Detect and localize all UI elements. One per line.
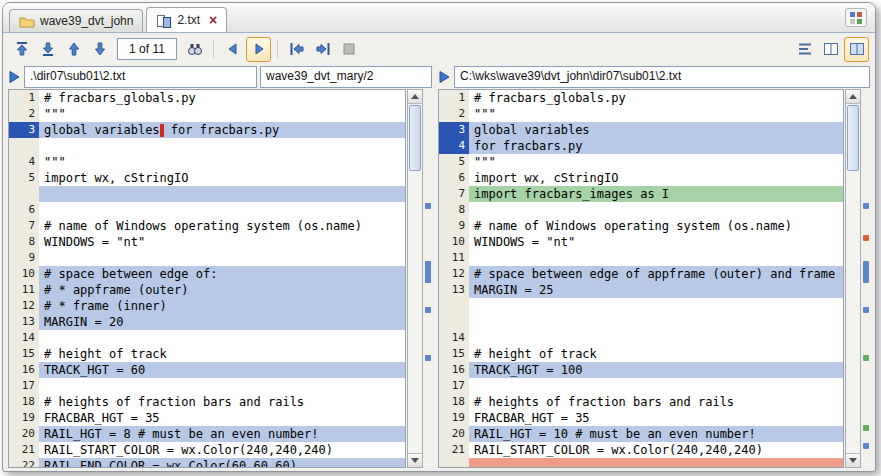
line-number: 18 [439, 394, 469, 410]
code-line[interactable]: 20RAIL_HGT = 10 # must be an even number… [439, 426, 843, 442]
scrollbar-thumb[interactable] [409, 105, 421, 171]
code-line[interactable]: 22RAIL_END_COLOR = wx.Color(60,60,60) [9, 458, 405, 468]
code-line[interactable]: 19FRACBAR_HGT = 35 [439, 410, 843, 426]
code-line[interactable]: 1# fracbars_globals.py [9, 90, 405, 106]
right-pane[interactable]: 1# fracbars_globals.py2"""3global variab… [438, 89, 844, 468]
last-difference-button[interactable] [35, 37, 60, 62]
code-line[interactable]: 16TRACK_HGT = 60 [9, 362, 405, 378]
line-text [39, 202, 405, 218]
tab-list-button[interactable] [845, 8, 867, 27]
code-line[interactable]: 12# space between edge of appframe (oute… [439, 266, 843, 282]
tab-label: wave39_dvt_john [40, 14, 133, 28]
code-line[interactable]: 9# name of Windows operating system (os.… [439, 218, 843, 234]
scroll-up-button[interactable] [408, 90, 422, 104]
code-line[interactable]: 6 [9, 202, 405, 218]
code-line[interactable]: 9 [9, 250, 405, 266]
code-line[interactable]: 17 [9, 378, 405, 394]
line-number: 10 [439, 234, 469, 250]
left-revision-field[interactable]: wave39_dvt_mary/2 [260, 66, 432, 88]
code-line[interactable]: 15# height of track [9, 346, 405, 362]
code-line[interactable]: 13MARGIN = 20 [9, 314, 405, 330]
split-pane-view-button[interactable] [844, 37, 869, 62]
diff-map-mark [863, 307, 869, 313]
code-line[interactable]: 11 [439, 250, 843, 266]
scroll-up-button[interactable] [846, 90, 860, 104]
code-line[interactable] [9, 138, 405, 154]
right-scrollbar[interactable] [845, 89, 861, 468]
code-line[interactable] [9, 186, 405, 202]
code-line[interactable]: 4for fracbars.py [439, 138, 843, 154]
close-tab-icon[interactable]: × [209, 13, 217, 27]
code-line[interactable]: 20RAIL_HGT = 8 # must be an even number! [9, 426, 405, 442]
line-number: 9 [9, 250, 39, 266]
left-pane-menu-button[interactable] [8, 66, 24, 88]
tab-folder-session[interactable]: wave39_dvt_john [9, 9, 143, 32]
code-line[interactable]: 7import fracbars_images as I [439, 186, 843, 202]
code-line[interactable]: 12# * frame (inner) [9, 298, 405, 314]
code-line[interactable]: 3global variables for fracbars.py [9, 122, 405, 138]
first-difference-button[interactable] [9, 37, 34, 62]
code-line[interactable]: 2""" [9, 106, 405, 122]
code-line[interactable]: 2""" [439, 106, 843, 122]
stop-button[interactable] [336, 37, 361, 62]
code-line[interactable]: 14 [9, 330, 405, 346]
code-line[interactable]: 21RAIL_START_COLOR = wx.Color(240,240,24… [9, 442, 405, 458]
single-pane-view-button[interactable] [818, 37, 843, 62]
code-line[interactable] [439, 298, 843, 314]
scroll-down-button[interactable] [408, 453, 422, 467]
code-line[interactable]: 17 [439, 378, 843, 394]
code-line[interactable]: 7# name of Windows operating system (os.… [9, 218, 405, 234]
left-pane[interactable]: 1# fracbars_globals.py2"""3global variab… [8, 89, 406, 468]
difference-position-field[interactable] [117, 38, 177, 60]
first-difference-icon [13, 40, 31, 58]
code-line[interactable]: 5""" [439, 154, 843, 170]
code-line[interactable]: 16TRACK_HGT = 100 [439, 362, 843, 378]
right-pane-menu-button[interactable] [438, 66, 454, 88]
scroll-down-button[interactable] [846, 453, 860, 467]
play-icon [8, 70, 21, 84]
code-line[interactable]: 10WINDOWS = "nt" [439, 234, 843, 250]
code-line[interactable] [439, 458, 843, 468]
code-line[interactable]: 18# heights of fraction bars and rails [439, 394, 843, 410]
code-line[interactable]: 6import wx, cStringIO [439, 170, 843, 186]
code-line[interactable]: 19FRACBAR_HGT = 35 [9, 410, 405, 426]
line-text [469, 458, 843, 468]
code-line[interactable]: 15# height of track [439, 346, 843, 362]
focus-right-pane-button[interactable] [246, 37, 271, 62]
code-line[interactable]: 1# fracbars_globals.py [439, 90, 843, 106]
code-line[interactable] [439, 314, 843, 330]
format-lines-button[interactable] [792, 37, 817, 62]
tab-file-active[interactable]: 2.txt × [146, 7, 227, 32]
code-line[interactable]: 11# * appframe (outer) [9, 282, 405, 298]
diff-map-mark [425, 261, 431, 283]
line-text: # height of track [469, 346, 843, 362]
code-line[interactable]: 21RAIL_START_COLOR = wx.Color(240,240,24… [439, 442, 843, 458]
code-line[interactable]: 13MARGIN = 25 [439, 282, 843, 298]
left-code-view[interactable]: 1# fracbars_globals.py2"""3global variab… [9, 90, 405, 468]
code-line[interactable]: 8 [439, 202, 843, 218]
merge-right-button[interactable] [310, 37, 335, 62]
tab-bar: wave39_dvt_john 2.txt × [3, 3, 875, 33]
line-number: 3 [9, 122, 39, 138]
left-scrollbar[interactable] [407, 89, 423, 468]
code-line[interactable]: 10# space between edge of: [9, 266, 405, 282]
focus-left-pane-button[interactable] [220, 37, 245, 62]
previous-difference-button[interactable] [61, 37, 86, 62]
find-button[interactable] [182, 37, 207, 62]
code-line[interactable]: 3global variables [439, 122, 843, 138]
left-file-path-field[interactable]: .\dir07\sub01\2.txt [24, 66, 257, 88]
right-file-path-field[interactable]: C:\wks\wave39\dvt_john\dir07\sub01\2.txt [454, 66, 870, 88]
code-line[interactable]: 18# heights of fraction bars and rails [9, 394, 405, 410]
line-number: 6 [9, 202, 39, 218]
code-line[interactable]: 8WINDOWS = "nt" [9, 234, 405, 250]
code-line[interactable]: 5import wx, cStringIO [9, 170, 405, 186]
next-difference-button[interactable] [87, 37, 112, 62]
scrollbar-thumb[interactable] [847, 105, 859, 171]
line-text: WINDOWS = "nt" [469, 234, 843, 250]
merge-left-button[interactable] [284, 37, 309, 62]
code-line[interactable]: 14 [439, 330, 843, 346]
right-code-view[interactable]: 1# fracbars_globals.py2"""3global variab… [439, 90, 843, 468]
line-number: 10 [9, 266, 39, 282]
line-number: 21 [439, 442, 469, 458]
code-line[interactable]: 4""" [9, 154, 405, 170]
